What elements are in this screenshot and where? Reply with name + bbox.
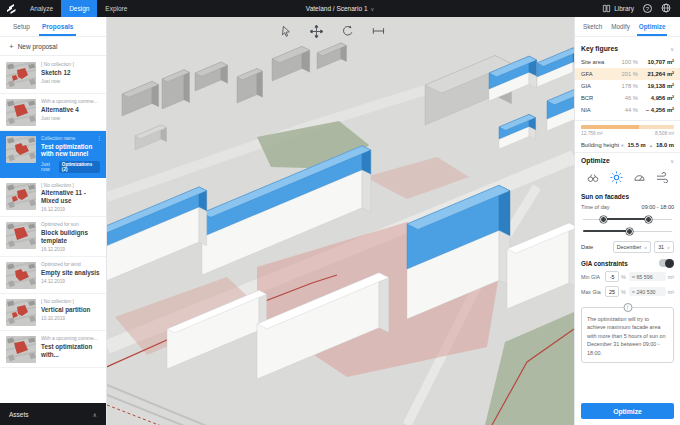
- date-label: Date: [581, 244, 610, 250]
- gia-constraints-title: GIA constraints: [581, 260, 628, 267]
- proposal-meta: Just now: [41, 116, 60, 121]
- optimize-title: Optimize: [581, 157, 610, 164]
- proposal-collection: Collection name: [41, 136, 100, 141]
- slider-handle-start[interactable]: [600, 216, 607, 223]
- optimization-info-box: i The optimization will try to achieve m…: [581, 307, 674, 363]
- proposal-thumbnail: [6, 336, 36, 363]
- proposal-text: [ No collection ]Vertical partition10.10…: [41, 299, 100, 326]
- key-figure-value: 4,956 m²: [638, 95, 674, 101]
- proposal-item[interactable]: Optimized for sunBlock buildigns templat…: [0, 217, 106, 257]
- proposal-thumbnail: [6, 62, 36, 89]
- constraint-percent-input[interactable]: 25: [605, 286, 619, 297]
- proposal-thumbnail: [6, 262, 36, 289]
- day-select[interactable]: 31 ∨: [654, 241, 674, 253]
- proposal-thumbnail: [6, 222, 36, 249]
- wind-icon[interactable]: [654, 170, 670, 184]
- constraint-label: Max Gia: [581, 289, 603, 295]
- proposal-title: Alternative 4: [41, 106, 100, 114]
- noise-icon[interactable]: [631, 170, 647, 184]
- rotate-tool-icon[interactable]: [340, 24, 354, 38]
- proposal-thumbnail: [6, 299, 36, 326]
- gia-constraints-toggle[interactable]: [659, 259, 674, 267]
- proposal-meta: 14.12.2019: [41, 279, 65, 284]
- nav-item-explore[interactable]: Explore: [97, 0, 135, 17]
- proposal-item[interactable]: [ No collection ]Sketch 12Just now: [0, 57, 106, 94]
- sidebar-tab-proposals[interactable]: Proposals: [37, 17, 78, 36]
- key-figures-table: Site area100 %10,707 m²GFA201 %21,264 m²…: [581, 56, 674, 116]
- nav-item-design[interactable]: Design: [61, 0, 97, 17]
- assets-bar[interactable]: Assets ∧: [0, 403, 106, 425]
- key-figure-value: ~ 4,256 m²: [638, 107, 674, 113]
- key-figures-title: Key figures: [581, 45, 618, 52]
- sun-on-facades-label: Sun on facades: [581, 193, 674, 200]
- proposal-thumbnail: [6, 183, 36, 210]
- proposal-meta: Just now: [41, 162, 59, 172]
- time-of-day-slider[interactable]: [583, 214, 672, 224]
- optimize-button[interactable]: Optimize: [581, 403, 674, 419]
- constraints-rows: Min GIA-5%≈ 65 596m²Max Gia25%≈ 240 530m…: [581, 271, 674, 297]
- more-options-icon[interactable]: ⋮: [96, 135, 102, 141]
- proposal-text: [ No collection ]Sketch 12Just now: [41, 62, 100, 89]
- proposal-item[interactable]: [ No collection ]Vertical partition10.10…: [0, 294, 106, 331]
- proposal-collection: Optimized for wind: [41, 262, 100, 267]
- chevron-down-icon: ∨: [670, 158, 674, 164]
- proposal-item[interactable]: Optimized for windEmpty site analysis14.…: [0, 257, 106, 294]
- book-icon: [602, 4, 611, 13]
- move-tool-icon[interactable]: [309, 24, 323, 38]
- month-select[interactable]: December ∨: [613, 241, 651, 253]
- key-figure-row: NIA44 %~ 4,256 m²: [581, 104, 674, 116]
- proposal-meta: 10.10.2019: [41, 316, 65, 321]
- key-figure-label: Site area: [581, 59, 614, 65]
- new-proposal-button[interactable]: + New proposal: [0, 37, 106, 56]
- proposal-item[interactable]: With a upcoming comme...Test optimizatio…: [0, 331, 106, 368]
- select-tool-icon[interactable]: [278, 24, 292, 38]
- chevron-down-icon: ∨: [371, 6, 375, 12]
- proposal-meta: 16.12.2019: [41, 247, 65, 252]
- bar-right-label: 8,508 m²: [655, 131, 674, 136]
- proposal-item[interactable]: With a upcoming comme...Alternative 4Jus…: [0, 94, 106, 131]
- library-button[interactable]: Library: [602, 4, 634, 13]
- constraint-row: Max Gia25%≈ 240 530m²: [581, 286, 674, 297]
- panel-tab-optimize[interactable]: Optimize: [635, 17, 670, 36]
- proposal-meta-row: 16.12.2019: [41, 247, 100, 252]
- panel-tab-modify[interactable]: Modify: [607, 17, 634, 36]
- arrow-down-icon: ▾: [621, 143, 623, 148]
- optimizations-badge[interactable]: Optimizations (2): [59, 161, 100, 173]
- binoculars-icon[interactable]: [585, 170, 601, 184]
- help-button[interactable]: ?: [643, 4, 652, 13]
- spacemaker-logo-icon[interactable]: [0, 0, 22, 17]
- sidebar-tab-setup[interactable]: Setup: [8, 17, 35, 36]
- proposal-list: [ No collection ]Sketch 12Just nowWith a…: [0, 57, 106, 425]
- proposal-collection: [ No collection ]: [41, 62, 100, 67]
- proposal-item[interactable]: [ No collection ]Alternative 11 - Mixed …: [0, 178, 106, 218]
- proposal-meta-row: Just now: [41, 116, 100, 121]
- proposal-meta: Just now: [41, 79, 60, 84]
- nav-item-analyze[interactable]: Analyze: [22, 0, 61, 17]
- globe-button[interactable]: [661, 3, 671, 14]
- chevron-down-icon: ∨: [670, 46, 674, 52]
- proposal-text: Collection nameTest optimization with ne…: [41, 136, 100, 173]
- constraint-label: Min GIA: [581, 274, 603, 280]
- slider-handle-end[interactable]: [645, 216, 652, 223]
- topbar-actions: Library ?: [602, 0, 680, 17]
- key-figure-row: BCR46 %4,956 m²: [581, 92, 674, 104]
- constraint-area-value: ≈ 240 530: [629, 287, 666, 296]
- area-unit: m²: [668, 289, 674, 295]
- building-height-min: 15.5 m: [628, 142, 646, 148]
- breadcrumb[interactable]: Vateland / Scenario 1 ∨: [306, 0, 374, 17]
- key-figures-header[interactable]: Key figures ∨: [581, 45, 674, 52]
- key-figure-value: 21,264 m²: [638, 71, 674, 77]
- slider-handle[interactable]: [626, 228, 633, 235]
- proposal-collection: [ No collection ]: [41, 183, 100, 188]
- area-progress-bar: [581, 125, 674, 129]
- sun-icon[interactable]: [608, 170, 624, 184]
- key-figure-percent: 44 %: [614, 107, 638, 113]
- proposal-item[interactable]: Collection nameTest optimization with ne…: [0, 131, 106, 178]
- 3d-viewport[interactable]: [107, 17, 574, 425]
- measure-tool-icon[interactable]: [371, 24, 385, 38]
- 3d-scene: [107, 17, 574, 425]
- optimize-header[interactable]: Optimize ∨: [581, 157, 674, 164]
- secondary-slider[interactable]: [583, 226, 672, 236]
- panel-tab-sketch[interactable]: Sketch: [579, 17, 606, 36]
- constraint-percent-input[interactable]: -5: [605, 271, 619, 282]
